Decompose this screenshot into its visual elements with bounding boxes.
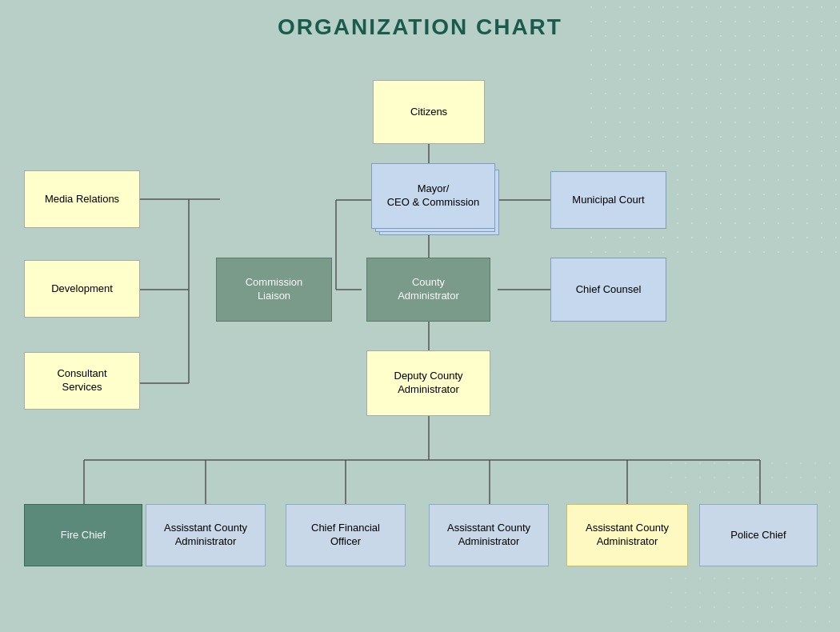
development-label: Development: [51, 282, 113, 296]
deputy-county-admin-label: Deputy County Administrator: [394, 370, 463, 397]
commission-liaison-node: Commission Liaison: [216, 258, 332, 322]
development-node: Development: [24, 260, 140, 318]
citizens-node: Citizens: [373, 80, 485, 144]
chief-counsel-label: Chief Counsel: [576, 283, 642, 297]
consultant-services-label: Consultant Services: [57, 367, 106, 394]
commission-liaison-label: Commission Liaison: [246, 276, 303, 303]
chief-counsel-node: Chief Counsel: [550, 258, 666, 322]
page-title: ORGANIZATION CHART: [0, 0, 840, 48]
asst-admin-3-node: Assisstant County Administrator: [566, 504, 688, 566]
cfo-node: Chief Financial Officer: [286, 504, 406, 566]
county-admin-node: County Administrator: [366, 258, 490, 322]
asst-admin-2-label: Assisstant County Administrator: [447, 522, 530, 549]
asst-admin-1-node: Assisstant County Administrator: [146, 504, 266, 566]
municipal-court-label: Municipal Court: [572, 194, 644, 207]
media-relations-label: Media Relations: [45, 193, 119, 206]
fire-chief-node: Fire Chief: [24, 504, 142, 566]
cfo-label: Chief Financial Officer: [311, 522, 380, 549]
police-chief-label: Police Chief: [730, 529, 786, 542]
deputy-county-admin-node: Deputy County Administrator: [366, 350, 490, 416]
county-admin-label: County Administrator: [398, 276, 459, 303]
mayor-label: Mayor/ CEO & Commission: [387, 182, 480, 210]
citizens-label: Citizens: [410, 106, 447, 119]
asst-admin-2-node: Assisstant County Administrator: [429, 504, 549, 566]
police-chief-node: Police Chief: [699, 504, 818, 566]
asst-admin-1-label: Assisstant County Administrator: [164, 522, 247, 549]
municipal-court-node: Municipal Court: [550, 171, 666, 229]
consultant-services-node: Consultant Services: [24, 352, 140, 410]
asst-admin-3-label: Assisstant County Administrator: [586, 522, 669, 549]
fire-chief-label: Fire Chief: [61, 529, 106, 542]
mayor-node: Mayor/ CEO & Commission: [371, 163, 495, 229]
media-relations-node: Media Relations: [24, 170, 140, 228]
